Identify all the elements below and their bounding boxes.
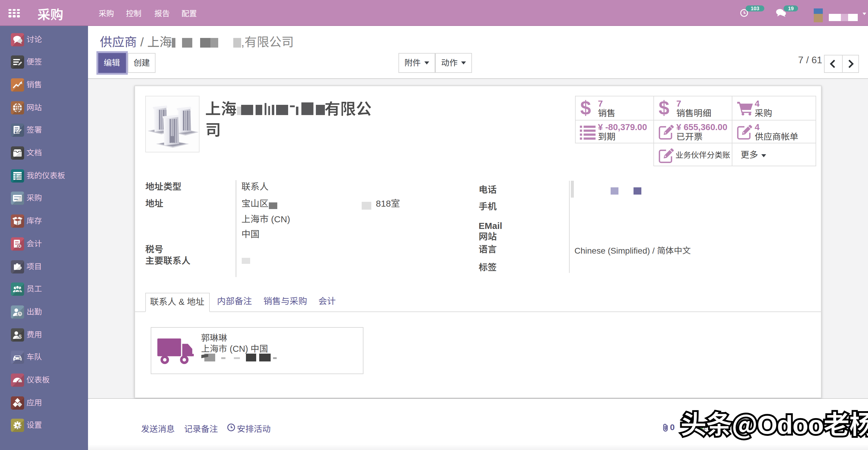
svg-text:头条@Odoo老杨: 头条@Odoo老杨 [681, 403, 868, 441]
